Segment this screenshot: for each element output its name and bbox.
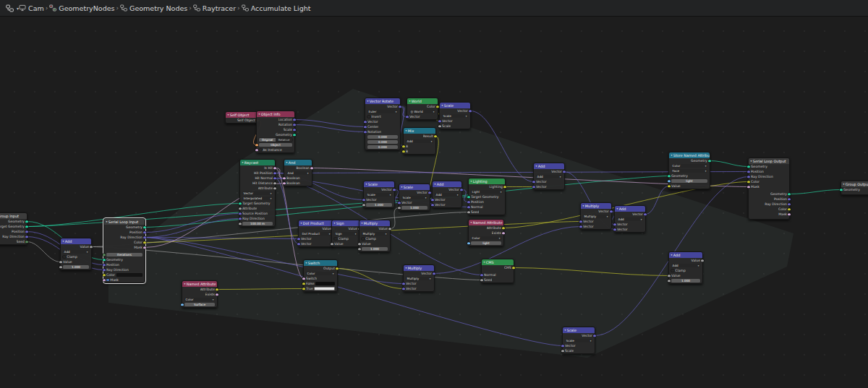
input-socket-geometry[interactable]: [747, 165, 750, 168]
input-socket-value[interactable]: [358, 243, 361, 246]
dropdown-add[interactable]: Add▾: [617, 217, 643, 221]
input-socket-vector[interactable]: [532, 186, 535, 189]
node-header[interactable]: ▾Named Attribute: [469, 220, 503, 225]
value-field[interactable]: 0.000: [367, 135, 398, 139]
node-addM[interactable]: ▾AddVectorAdd▾VectorVector: [432, 181, 462, 208]
node-andN[interactable]: ▾AndBooleanAnd▾BooleanBoolean: [284, 159, 312, 186]
output-socket-target-geometry[interactable]: [25, 225, 28, 228]
output-socket-vector[interactable]: [644, 213, 647, 216]
input-socket-as-instance[interactable]: [255, 149, 258, 152]
node-sw[interactable]: ▾SwitchOutputColor▾SwitchFalseTrue: [303, 259, 338, 292]
output-socket-seed[interactable]: [25, 241, 28, 243]
collapse-icon[interactable]: ▾: [843, 183, 845, 186]
editor-type-button[interactable]: ▾: [6, 4, 19, 12]
collapse-icon[interactable]: ▾: [228, 113, 229, 116]
node-header[interactable]: ▾Scale: [364, 181, 394, 187]
output-socket-ray-direction[interactable]: [788, 203, 791, 206]
input-socket-boolean[interactable]: [283, 182, 286, 185]
node-addBR[interactable]: ▾AddValueAdd▾ClampValue1.000: [668, 251, 703, 284]
checkbox[interactable]: [334, 238, 337, 241]
dropdown-color[interactable]: Color▾: [671, 164, 707, 168]
node-header[interactable]: ▾Object Info: [257, 111, 294, 117]
input-socket-vector[interactable]: [613, 223, 616, 226]
node-header[interactable]: ▾Add: [534, 163, 564, 169]
output-socket-mask[interactable]: [788, 213, 791, 216]
value-field[interactable]: 0.000: [367, 145, 398, 149]
input-socket-normal[interactable]: [480, 274, 483, 277]
value-field[interactable]: 0.000: [367, 140, 398, 144]
input-socket-vector[interactable]: [431, 199, 434, 202]
input-socket-vector[interactable]: [297, 238, 300, 241]
node-scT[interactable]: ▾ScaleVectorScale▾VectorScale: [439, 102, 471, 129]
output-socket-geometry[interactable]: [788, 193, 791, 196]
output-socket-vector[interactable]: [393, 189, 396, 191]
node-header[interactable]: ▾Multiply: [404, 265, 434, 271]
collapse-icon[interactable]: ▾: [565, 329, 566, 332]
collapse-icon[interactable]: ▾: [401, 186, 403, 189]
dropdown-multiply[interactable]: Multiply▾: [362, 232, 388, 236]
value-field[interactable]: 1.000: [671, 279, 700, 283]
input-socket[interactable]: [59, 266, 62, 269]
output-socket-geometry[interactable]: [25, 220, 28, 223]
node-header[interactable]: ▾Named Attribute: [182, 281, 217, 287]
input-socket[interactable]: [181, 303, 184, 306]
input-socket-target-geometry[interactable]: [467, 196, 470, 199]
collapse-icon[interactable]: ▾: [242, 161, 244, 164]
value-field[interactable]: light: [671, 179, 707, 183]
input-socket[interactable]: [255, 144, 258, 147]
node-header[interactable]: ▾Scale: [440, 103, 470, 108]
input-socket-mask[interactable]: [103, 279, 106, 282]
dropdown-add[interactable]: Add▾: [671, 264, 700, 267]
breadcrumb-geometrynodes[interactable]: GeometryNodes: [49, 4, 114, 12]
node-header[interactable]: ▾Multiply: [359, 220, 390, 226]
output-socket-mask[interactable]: [143, 246, 146, 249]
dropdown-add[interactable]: Add▾: [63, 250, 89, 254]
node-addL[interactable]: ▾AddValueAdd▾ClampValue1.000: [60, 238, 92, 270]
node-header[interactable]: ▾Switch: [304, 260, 337, 266]
input-socket-position[interactable]: [747, 171, 750, 173]
collapse-icon[interactable]: ▾: [334, 222, 336, 225]
input-socket-geometry[interactable]: [840, 189, 843, 191]
node-slo[interactable]: ▾Serial Loop OutputGeometryPositionRay D…: [748, 158, 790, 220]
node-sli[interactable]: ▾Serial Loop InputGeometryPositionRay Di…: [103, 218, 145, 283]
node-header[interactable]: ▾Store Named Attribute: [669, 152, 710, 158]
node-header[interactable]: ▾Add: [615, 206, 645, 212]
collapse-icon[interactable]: ▾: [471, 221, 472, 224]
input-socket-position[interactable]: [103, 264, 106, 267]
node-header[interactable]: ▾Lighting: [469, 178, 505, 184]
dropdown-scale[interactable]: Scale▾: [366, 193, 392, 197]
node-so[interactable]: ▾Self ObjectSelf Object: [225, 111, 258, 124]
output-socket-value[interactable]: [701, 259, 704, 262]
node-mulR[interactable]: ▾MultiplyVectorMultiply▾VectorVector: [580, 202, 612, 230]
node-sg[interactable]: ▾SignValueSign▾ClampValue: [331, 220, 360, 247]
dropdown-multiply[interactable]: Multiply▾: [406, 277, 432, 280]
value-field[interactable]: 1.000: [362, 247, 388, 251]
node-muV[interactable]: ▾MultiplyVectorMultiply▾VectorVector: [403, 264, 435, 292]
checkbox[interactable]: [63, 256, 66, 259]
node-header[interactable]: ▾Dot Product: [299, 220, 333, 226]
node-header[interactable]: ▾Group Input: [0, 213, 27, 219]
input-socket[interactable]: [358, 248, 361, 251]
dropdown-color[interactable]: Color▾: [306, 272, 335, 275]
collapse-icon[interactable]: ▾: [442, 104, 443, 107]
output-socket-geometry[interactable]: [293, 134, 296, 137]
node-header[interactable]: ▾Raycast: [240, 160, 275, 165]
input-socket-vector[interactable]: [579, 220, 582, 223]
segmented-toggle[interactable]: OriginalRelative: [259, 138, 292, 142]
input-socket-value[interactable]: [668, 185, 671, 188]
node-mixT[interactable]: ▾MixResultAdd▾AB: [403, 127, 436, 155]
output-socket-position[interactable]: [788, 198, 791, 201]
node-sc1[interactable]: ▾ScaleVectorScale▾Vector1.000: [363, 181, 395, 208]
input-socket-switch[interactable]: [302, 277, 305, 280]
output-socket-geometry[interactable]: [708, 160, 711, 163]
node-header[interactable]: ▾Self Object: [226, 112, 258, 118]
collapse-icon[interactable]: ▾: [106, 220, 108, 223]
checkbox[interactable]: [671, 270, 674, 272]
collapse-icon[interactable]: ▾: [435, 183, 436, 186]
node-header[interactable]: ▾Serial Loop Output: [749, 158, 789, 164]
input-socket-value[interactable]: [668, 275, 671, 277]
input-socket-position[interactable]: [467, 201, 470, 204]
collapse-icon[interactable]: ▾: [63, 240, 64, 243]
output-socket-position[interactable]: [25, 230, 28, 233]
output-socket-ray-direction[interactable]: [143, 236, 146, 239]
